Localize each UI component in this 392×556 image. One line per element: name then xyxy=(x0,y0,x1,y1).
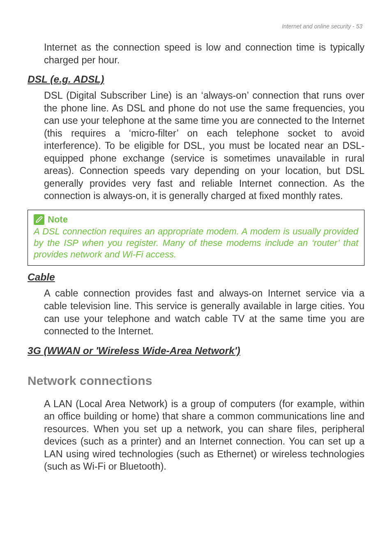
network-connections-heading: Network connections xyxy=(28,374,364,388)
wwan-heading: 3G (WWAN or 'Wireless Wide-Area Network'… xyxy=(28,345,364,357)
note-header-row: Note xyxy=(34,214,358,225)
note-label: Note xyxy=(48,214,68,225)
cable-body-text: A cable connection provides fast and alw… xyxy=(44,287,364,337)
dsl-body-text: DSL (Digital Subscriber Line) is an ‘alw… xyxy=(44,89,364,202)
dsl-heading: DSL (e.g. ADSL) xyxy=(28,74,364,85)
network-connections-body-text: A LAN (Local Area Network) is a group of… xyxy=(44,398,364,473)
running-header: Internet and online security - 53 xyxy=(282,23,362,30)
note-icon xyxy=(34,214,44,225)
intro-continuation-text: Internet as the connection speed is low … xyxy=(44,41,364,66)
note-body-text: A DSL connection requires an appropriate… xyxy=(34,226,358,260)
cable-heading: Cable xyxy=(28,271,364,283)
page-content: Internet as the connection speed is low … xyxy=(28,41,364,473)
note-callout: Note A DSL connection requires an approp… xyxy=(28,210,364,266)
